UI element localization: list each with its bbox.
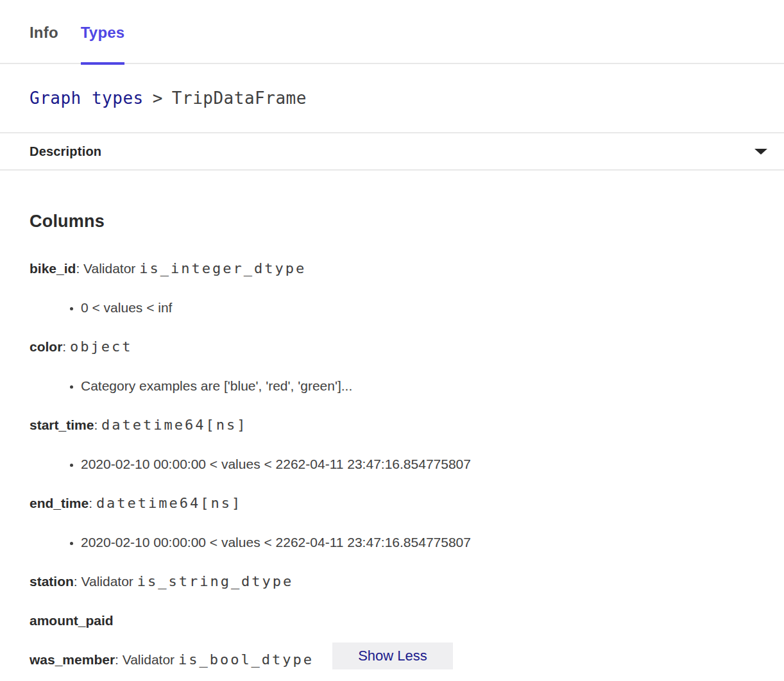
breadcrumb-current: TripDataFrame: [172, 88, 307, 108]
column-dtype-code: is_integer_dtype: [139, 260, 306, 276]
column-entry: amount_paid: [30, 611, 784, 630]
constraint-item: 2020-02-10 00:00:00 < values < 2262-04-1…: [81, 455, 784, 474]
constraint-list: 2020-02-10 00:00:00 < values < 2262-04-1…: [30, 533, 784, 552]
breadcrumb: Graph types > TripDataFrame: [0, 64, 784, 133]
column-dtype-code: datetime64[ns]: [101, 417, 247, 433]
column-entry: bike_id: Validator is_integer_dtype: [30, 259, 784, 278]
tab-bar: Info Types: [0, 0, 784, 64]
column-dtype-code: datetime64[ns]: [96, 495, 242, 511]
constraint-list: 0 < values < inf: [30, 298, 784, 317]
column-name: was_member: [30, 652, 115, 667]
column-entry: station: Validator is_string_dtype: [30, 572, 784, 591]
column-entry: start_time: datetime64[ns]: [30, 416, 784, 435]
column-name: start_time: [30, 417, 94, 432]
types-panel: Info Types Graph types > TripDataFrame D…: [0, 0, 784, 681]
constraint-item: Category examples are ['blue', 'red', 'g…: [81, 376, 784, 396]
description-section-header[interactable]: Description: [0, 133, 784, 171]
tab-types[interactable]: Types: [81, 24, 125, 65]
column-name: end_time: [30, 496, 89, 510]
show-less-button[interactable]: Show Less: [332, 643, 453, 669]
column-entry: end_time: datetime64[ns]: [30, 494, 784, 513]
column-name: station: [30, 574, 74, 589]
column-dtype-code: is_string_dtype: [137, 573, 294, 589]
column-name: color: [30, 339, 62, 354]
columns-list: bike_id: Validator is_integer_dtype0 < v…: [30, 259, 784, 669]
columns-heading: Columns: [30, 212, 784, 231]
constraint-item: 0 < values < inf: [81, 298, 784, 317]
column-entry: color: object: [30, 337, 784, 357]
breadcrumb-separator: >: [153, 88, 163, 108]
description-title: Description: [30, 144, 101, 159]
column-name: bike_id: [30, 261, 76, 276]
constraint-list: Category examples are ['blue', 'red', 'g…: [30, 376, 784, 396]
column-dtype-code: is_bool_dtype: [178, 652, 314, 668]
constraint-list: 2020-02-10 00:00:00 < values < 2262-04-1…: [30, 455, 784, 474]
chevron-down-icon[interactable]: [754, 149, 767, 155]
tab-info[interactable]: Info: [30, 24, 58, 63]
breadcrumb-link-graph-types[interactable]: Graph types: [30, 88, 144, 108]
column-name: amount_paid: [30, 613, 114, 628]
constraint-item: 2020-02-10 00:00:00 < values < 2262-04-1…: [81, 533, 784, 552]
columns-section: Columns bike_id: Validator is_integer_dt…: [0, 212, 784, 669]
column-dtype-code: object: [70, 339, 132, 355]
